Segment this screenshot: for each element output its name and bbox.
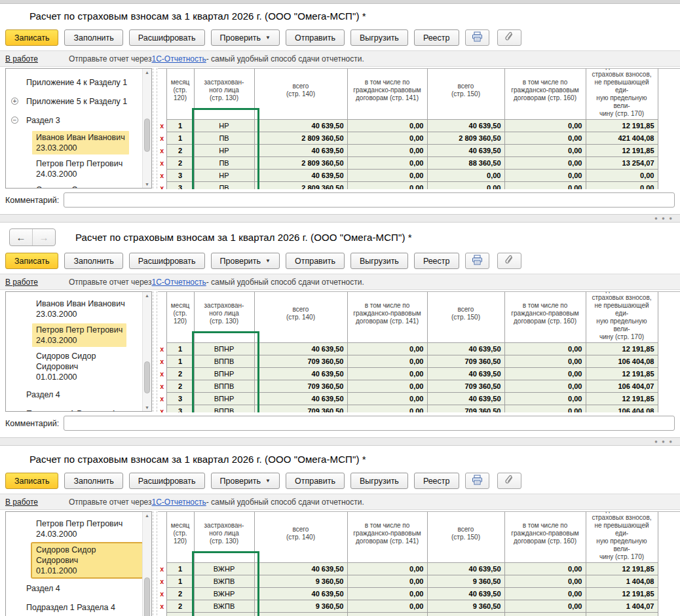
delete-row-marker[interactable]: x xyxy=(158,380,166,393)
amount-cell[interactable]: 0,00 xyxy=(586,182,658,190)
month-cell[interactable]: 3 xyxy=(166,405,194,413)
month-cell[interactable]: 1 xyxy=(166,343,194,355)
delete-row-marker[interactable]: x xyxy=(158,600,166,613)
amount-cell[interactable]: 13 254,07 xyxy=(586,157,658,170)
amount-cell[interactable]: 40 639,50 xyxy=(254,170,347,182)
scrollbar-thumb[interactable] xyxy=(144,118,150,152)
sidebar-scrollbar[interactable]: ▲ ▼ xyxy=(142,512,151,616)
реестр-button[interactable]: Реестр xyxy=(414,253,459,269)
amount-cell[interactable]: 0,00 xyxy=(347,355,427,368)
amount-cell[interactable]: 40 639,50 xyxy=(254,613,347,616)
выгрузить-button[interactable]: Выгрузить xyxy=(350,473,408,489)
amount-cell[interactable]: 9 360,50 xyxy=(254,575,347,588)
month-cell[interactable]: 2 xyxy=(166,145,194,157)
amount-cell[interactable]: 0,00 xyxy=(504,145,586,157)
sidebar-item-section[interactable]: Раздел 4 xyxy=(6,580,142,597)
insured-category-code-cell[interactable]: ВЖНР xyxy=(194,563,254,575)
insured-category-code-cell[interactable]: ВППВ xyxy=(194,380,254,393)
panel-splitter-bar[interactable]: ● ● ● xyxy=(0,214,680,223)
amount-cell[interactable]: 709 360,50 xyxy=(254,405,347,413)
отправить-button[interactable]: Отправить xyxy=(286,473,345,489)
amount-cell[interactable]: 2 809 360,50 xyxy=(254,132,347,145)
insured-category-code-cell[interactable]: ВПНР xyxy=(194,343,254,355)
amount-cell[interactable]: 40 639,50 xyxy=(254,393,347,405)
report-state-link[interactable]: В работе xyxy=(5,54,38,63)
sidebar-item-section[interactable]: +Приложение 5 к Разделу 1 xyxy=(6,93,142,110)
amount-cell[interactable]: 12 191,85 xyxy=(586,368,658,380)
amount-cell[interactable]: 40 639,50 xyxy=(254,588,347,600)
sidebar-scrollbar[interactable]: ▲ ▼ xyxy=(142,292,151,411)
расшифровать-button[interactable]: Расшифровать xyxy=(129,473,205,489)
insured-category-code-cell[interactable]: ВЖНР xyxy=(194,588,254,600)
amount-cell[interactable]: 0,00 xyxy=(347,343,427,355)
delete-row-marker[interactable]: x xyxy=(158,405,166,413)
sidebar-item-section[interactable]: Сидоров Сидор Сидорович xyxy=(6,183,142,189)
month-cell[interactable]: 2 xyxy=(166,368,194,380)
amount-cell[interactable]: 40 639,50 xyxy=(427,145,504,157)
amount-cell[interactable]: 40 639,50 xyxy=(254,343,347,355)
реестр-button[interactable]: Реестр xyxy=(414,29,459,46)
insured-category-code-cell[interactable]: НР xyxy=(194,170,254,182)
sidebar-item-person[interactable]: Иванов Иван Иванович23.03.2000 xyxy=(6,297,142,321)
amount-cell[interactable]: 0,00 xyxy=(347,563,427,575)
delete-row-marker[interactable]: x xyxy=(158,575,166,588)
amount-cell[interactable]: 0,00 xyxy=(347,157,427,170)
amount-cell[interactable]: 421 404,08 xyxy=(586,132,658,145)
amount-cell[interactable]: 0,00 xyxy=(504,368,586,380)
1c-reporting-link[interactable]: 1С-Отчетность xyxy=(152,278,206,287)
amount-cell[interactable]: 12 191,85 xyxy=(586,563,658,575)
month-cell[interactable]: 1 xyxy=(166,575,194,588)
amount-cell[interactable]: 0,00 xyxy=(347,132,427,145)
1c-reporting-link[interactable]: 1С-Отчетность xyxy=(152,498,206,507)
sidebar-item-section[interactable]: Подраздел 1 Раздела 4 xyxy=(6,405,142,412)
amount-cell[interactable]: 12 191,85 xyxy=(586,393,658,405)
amount-cell[interactable]: 709 360,50 xyxy=(427,405,504,413)
amount-cell[interactable]: 40 639,50 xyxy=(427,613,504,616)
amount-cell[interactable]: 709 360,50 xyxy=(254,355,347,368)
sidebar-splitter[interactable] xyxy=(153,68,157,189)
insured-category-code-cell[interactable]: ПВ xyxy=(194,157,254,170)
amount-cell[interactable]: 0,00 xyxy=(427,182,504,190)
amount-cell[interactable]: 0,00 xyxy=(504,563,586,575)
sidebar-item-section[interactable]: −Раздел 3 xyxy=(6,112,142,129)
insured-category-code-cell[interactable]: ВПНР xyxy=(194,368,254,380)
scrollbar-thumb[interactable] xyxy=(144,577,150,616)
отправить-button[interactable]: Отправить xyxy=(286,253,345,269)
amount-cell[interactable]: 709 360,50 xyxy=(427,355,504,368)
amount-cell[interactable]: 9 360,50 xyxy=(254,600,347,613)
amount-cell[interactable]: 2 809 360,50 xyxy=(254,182,347,190)
amount-cell[interactable]: 0,00 xyxy=(504,393,586,405)
sidebar-item-person[interactable]: Сидоров Сидор Сидорович01.01.2000 xyxy=(6,350,142,384)
amount-cell[interactable]: 0,00 xyxy=(347,600,427,613)
отправить-button[interactable]: Отправить xyxy=(286,29,345,46)
month-cell[interactable]: 1 xyxy=(166,120,194,132)
проверить-button[interactable]: Проверить▼ xyxy=(211,253,280,269)
delete-row-marker[interactable]: x xyxy=(158,182,166,190)
scroll-up-arrow-icon[interactable]: ▲ xyxy=(143,69,151,76)
amount-cell[interactable]: 0,00 xyxy=(347,368,427,380)
month-cell[interactable]: 2 xyxy=(166,380,194,393)
delete-row-marker[interactable]: x xyxy=(158,563,166,575)
scrollbar-thumb[interactable] xyxy=(144,361,150,393)
delete-row-marker[interactable]: x xyxy=(158,588,166,600)
sidebar-item-person[interactable]: Иванов Иван Иванович23.03.2000 xyxy=(6,131,142,154)
amount-cell[interactable]: 9 360,50 xyxy=(427,575,504,588)
amount-cell[interactable]: 40 639,50 xyxy=(427,563,504,575)
report-state-link[interactable]: В работе xyxy=(5,498,38,507)
sidebar-item-person[interactable]: Петров Петр Петрович24.03.2000 xyxy=(6,323,142,347)
amount-cell[interactable]: 40 639,50 xyxy=(254,145,347,157)
forward-button[interactable]: → xyxy=(32,229,55,245)
amount-cell[interactable]: 40 639,50 xyxy=(427,393,504,405)
paperclip-button[interactable] xyxy=(497,29,521,46)
amount-cell[interactable]: 40 639,50 xyxy=(254,563,347,575)
amount-cell[interactable]: 106 404,08 xyxy=(586,405,658,413)
заполнить-button[interactable]: Заполнить xyxy=(64,473,123,489)
amount-cell[interactable]: 0,00 xyxy=(347,613,427,616)
month-cell[interactable]: 2 xyxy=(166,588,194,600)
month-cell[interactable]: 3 xyxy=(166,170,194,182)
month-cell[interactable]: 3 xyxy=(166,182,194,190)
amount-cell[interactable]: 106 404,07 xyxy=(586,380,658,393)
delete-row-marker[interactable]: x xyxy=(158,368,166,380)
collapse-icon[interactable]: − xyxy=(11,117,18,124)
amount-cell[interactable]: 2 809 360,50 xyxy=(427,132,504,145)
